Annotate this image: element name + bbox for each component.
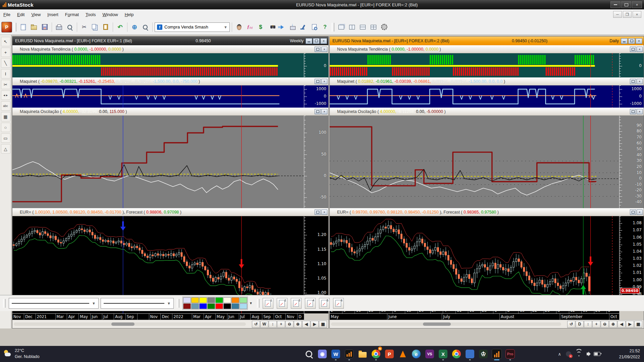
oscilacao-scale[interactable]: 100500-50 [304,116,328,208]
zoom-out-button[interactable]: ⊖ [285,321,293,328]
app-minimize-button[interactable] [610,1,621,8]
chart-template-6-button[interactable]: 6 [333,298,344,309]
color-swatch[interactable] [199,303,207,309]
taskbar-app-chrome[interactable] [451,347,462,361]
paste-button[interactable] [101,22,111,32]
mic-muted-icon[interactable] [566,351,571,357]
panel-restore-button[interactable] [315,79,321,84]
chart-window-daily-titlebar[interactable]: EURUSD Nova Maquineta.mwl - [EUR=] FOREX… [330,37,644,45]
refresh-button[interactable]: ↺ [567,321,575,328]
resize-v-button[interactable]: ↕ [584,321,592,328]
cascade-button[interactable] [336,22,346,32]
chart-template-5-button[interactable]: 5 [319,298,330,309]
taskbar-app-metastock[interactable] [491,347,502,361]
taskbar-app-calculator[interactable] [465,347,475,361]
tile-quad-button[interactable] [368,22,378,32]
color-swatch[interactable] [207,303,215,309]
next-button[interactable]: ▶ [626,321,634,328]
chart-window-weekly-titlebar[interactable]: EURUSD Nova Maquineta.mwl - [EUR=] FOREX… [12,37,328,45]
chart-template-3-button[interactable]: 3 [291,298,302,309]
open-file-button[interactable] [29,22,39,32]
context-help-button[interactable]: ? [320,22,330,32]
menu-help[interactable]: Help [121,11,137,18]
window-close-button[interactable]: × [636,38,642,44]
scrollbar-thumb[interactable] [423,322,450,326]
panel-close-button[interactable]: × [321,79,327,84]
target-button[interactable]: ⊕ [129,22,140,32]
color-swatch[interactable] [199,297,207,303]
taskbar-clock[interactable]: 21:52 21/09/2022 [619,348,640,360]
taskbar-app-file-explorer[interactable] [357,347,368,361]
color-swatch[interactable] [183,297,191,303]
tool-delete-tool[interactable]: ✂ [1,80,10,89]
periodicity-button[interactable]: D [576,321,584,328]
report-button[interactable] [309,22,319,32]
prev-button[interactable]: ◀ [302,321,310,328]
tile-horizontal-button[interactable] [358,22,368,32]
copy-button[interactable] [90,22,100,32]
color-swatch[interactable] [223,303,231,309]
panel-close-button[interactable]: × [321,109,327,114]
panel-restore-button[interactable] [315,109,321,114]
window-restore-button[interactable] [313,38,320,44]
color-swatch[interactable] [239,297,247,303]
panel-restore-button[interactable] [630,209,636,215]
taskbar-app-powerpoint[interactable]: P [384,347,395,361]
resize-v-button[interactable]: ↕ [269,321,277,328]
window-minimize-button[interactable] [621,38,628,44]
taskbar-app-pro[interactable]: Pro [505,347,516,361]
tile-vertical-button[interactable] [347,22,357,32]
menu-insert[interactable]: Insert [44,11,62,18]
menu-format[interactable]: Format [62,11,82,18]
metastock-power-console-button[interactable]: P [1,22,12,33]
oscilacao-chart[interactable] [12,116,304,208]
dollar-button[interactable]: $ [256,22,266,32]
taskbar-app-teams[interactable]: ◉ [317,347,328,361]
panel-close-button[interactable]: × [321,47,327,52]
color-swatch[interactable] [231,297,239,303]
price-chart[interactable] [330,216,620,307]
volume-icon[interactable] [587,353,589,355]
panel-close-button[interactable]: × [321,209,327,215]
color-swatch[interactable] [191,303,199,309]
tool-crosshair[interactable]: + [1,48,10,57]
window-restore-button[interactable] [628,38,635,44]
chart-hscrollbar[interactable]: ↺D↕+⊖⊕◀▶▦ [330,320,644,328]
periodicity-button[interactable]: W [260,321,268,328]
panel-close-button[interactable]: × [637,79,643,84]
toolbar-grip[interactable] [3,299,6,308]
panel-restore-button[interactable] [315,47,321,52]
taskbar-app-vlc[interactable] [397,347,408,361]
palette-more-button[interactable]: ▼ [248,301,254,305]
taskbar-app-start[interactable] [290,347,301,361]
refresh-button[interactable]: ↺ [252,321,260,328]
taskbar-app-chess[interactable]: ♔ [478,347,489,361]
mdi-close-button[interactable]: × [633,11,641,18]
taskbar-app-excel[interactable]: X [438,347,448,361]
zoom-out-button[interactable]: ⊖ [601,321,609,328]
oscilacao-chart[interactable] [330,116,620,208]
color-swatch[interactable] [239,303,247,309]
print-button[interactable] [54,22,64,32]
downloader-button[interactable] [288,22,298,32]
zoom-in-button[interactable]: ⊕ [609,321,617,328]
scrollbar-thumb[interactable] [111,322,135,326]
tool-trendline[interactable]: ╲ [1,58,10,68]
menu-view[interactable]: View [28,11,44,18]
search-binoculars-button[interactable] [266,22,276,32]
options-gear-button[interactable] [379,22,389,32]
menu-file[interactable]: File [0,11,14,18]
tool-abc-text[interactable]: abc [1,101,10,111]
menu-edit[interactable]: Edit [14,11,28,18]
line-style-dropdown[interactable]: ▼ [9,298,99,309]
line-weight-dropdown[interactable]: ▼ [101,298,174,309]
window-close-button[interactable]: × [320,38,327,44]
chart-window-daily[interactable]: EURUSD Nova Maquineta.mwl - [EUR=] FOREX… [329,36,644,328]
maquinet-scale[interactable]: 10000-1000 [304,85,328,108]
data-table-button[interactable]: ▦ [634,321,642,328]
tool-triangle[interactable]: △ [1,144,10,154]
panel-restore-button[interactable] [630,47,636,52]
mdi-restore-button[interactable]: ❐ [623,11,632,18]
indicator-fx-button[interactable]: ƒ(x) [245,22,255,32]
wifi-icon[interactable] [576,352,582,356]
